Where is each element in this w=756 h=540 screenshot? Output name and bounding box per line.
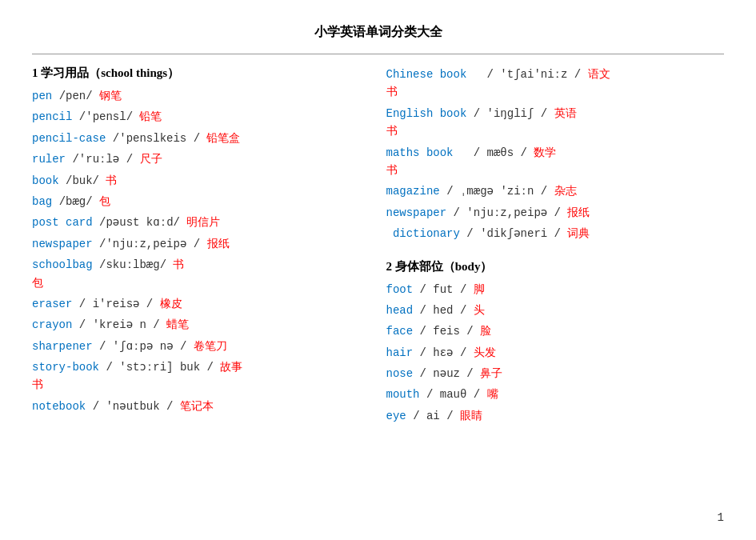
divider (32, 54, 724, 54)
list-item: notebook / 'nəutbuk / 笔记本 (32, 398, 362, 415)
list-item: newspaper /'njuːz,peipə / 报纸 (32, 235, 362, 253)
list-item: pencil-case /'penslkeis / 铅笔盒 (32, 130, 362, 147)
list-item: face / feis / 脸 (386, 322, 725, 340)
list-item: mouth / mauθ / 嘴 (386, 386, 725, 403)
list-item: crayon / 'kreiə n / 蜡笔 (32, 316, 362, 334)
list-item: eye / ai / 眼睛 (386, 407, 725, 425)
page-title: 小学英语单词分类大全 (32, 24, 724, 41)
list-item: nose / nəuz / 鼻子 (386, 365, 725, 382)
list-item: schoolbag /skuːlbæg/ 书 包 (32, 256, 362, 292)
list-item: post card /pəust kɑːd/ 明信片 (32, 214, 362, 231)
list-item: maths book / mæθs / 数学 书 (386, 144, 725, 180)
left-section-heading: 1 学习用品（school things） (32, 66, 362, 81)
list-item: pen /pen/ 钢笔 (32, 87, 362, 105)
left-column: 1 学习用品（school things） pen /pen/ 钢笔 penci… (32, 66, 378, 428)
right-top-entries: Chinese book / 'tʃai'niːz / 语文 书 English… (386, 66, 725, 243)
right-section-2-heading: 2 身体部位（body） (386, 259, 725, 274)
right-section-2: 2 身体部位（body） foot / fut / 脚 head / hed /… (386, 259, 725, 426)
list-item: ruler /'ruːlə / 尺子 (32, 150, 362, 168)
list-item: English book / 'iŋgliʃ / 英语 书 (386, 105, 725, 141)
list-item: eraser / i'reisə / 橡皮 (32, 295, 362, 313)
list-item: foot / fut / 脚 (386, 281, 725, 298)
page-number: 1 (718, 511, 724, 524)
list-item: sharpener / 'ʃɑːpə nə / 卷笔刀 (32, 338, 362, 355)
list-item: hair / hεə / 头发 (386, 344, 725, 362)
list-item: book /buk/ 书 (32, 172, 362, 190)
list-item: Chinese book / 'tʃai'niːz / 语文 书 (386, 66, 725, 102)
list-item: head / hed / 头 (386, 302, 725, 319)
list-item: pencil /'pensl/ 铅笔 (32, 108, 362, 126)
list-item: bag /bæg/ 包 (32, 193, 362, 210)
right-column: Chinese book / 'tʃai'niːz / 语文 书 English… (378, 66, 725, 428)
list-item: newspaper / 'njuːz,peipə / 报纸 (386, 204, 725, 222)
list-item: dictionary / 'dikʃəneri / 词典 (386, 225, 725, 242)
list-item: magazine / ˌmægə 'ziːn / 杂志 (386, 182, 725, 200)
list-item: story-book / 'stɔːri] buk / 故事 书 (32, 358, 362, 394)
left-entries: pen /pen/ 钢笔 pencil /'pensl/ 铅笔 pencil-c… (32, 87, 362, 415)
